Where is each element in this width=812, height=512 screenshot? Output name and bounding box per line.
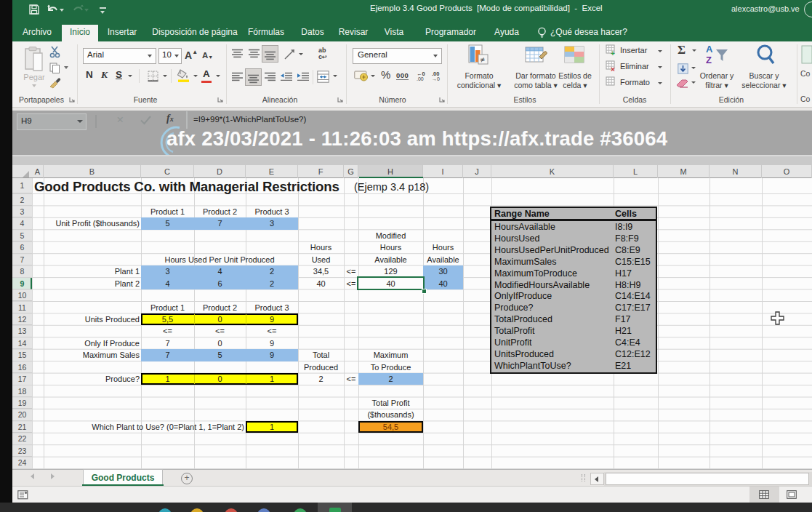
svg-text:≠: ≠ — [481, 55, 485, 64]
svg-text:+: + — [611, 49, 615, 57]
svg-text:.00: .00 — [417, 76, 424, 81]
svg-text:×: × — [611, 65, 615, 73]
svg-text:Z: Z — [706, 55, 712, 65]
svg-text:A: A — [706, 44, 713, 55]
svg-text:→0: →0 — [432, 76, 440, 81]
